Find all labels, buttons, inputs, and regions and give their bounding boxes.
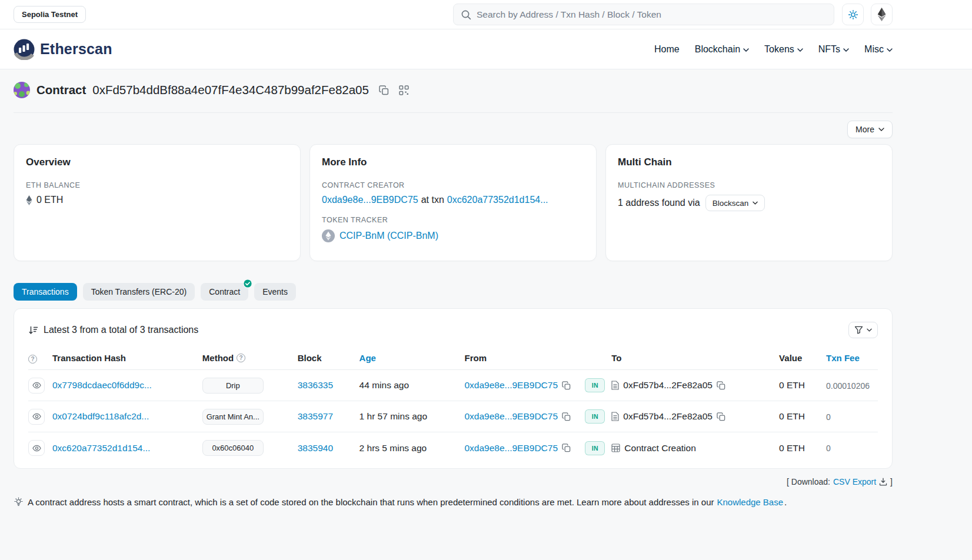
footer-note: A contract address hosts a smart contrac… <box>14 497 893 507</box>
from-address-link[interactable]: 0xda9e8e...9EB9DC75 <box>464 380 558 391</box>
chevron-down-icon <box>878 128 884 131</box>
nav-misc[interactable]: Misc <box>864 44 893 55</box>
footer-note-text: A contract address hosts a smart contrac… <box>28 497 714 507</box>
nav-blockchain[interactable]: Blockchain <box>695 44 749 55</box>
overview-card: Overview ETH BALANCE 0 ETH <box>14 144 301 261</box>
etherscan-logo[interactable]: Etherscan <box>14 39 112 60</box>
creator-connector-text: at txn <box>421 195 444 205</box>
main-nav: Home Blockchain Tokens NFTs Misc <box>654 44 893 55</box>
copy-icon[interactable] <box>562 412 571 421</box>
copy-icon[interactable] <box>717 412 725 421</box>
copy-icon[interactable] <box>717 381 725 390</box>
page-title: Contract <box>36 83 86 97</box>
brand-name: Etherscan <box>40 41 112 58</box>
header-value: Value <box>779 353 826 363</box>
multichain-card: Multi Chain MULTICHAIN ADDRESSES 1 addre… <box>605 144 893 261</box>
main-content: Contract 0xFd57b4ddBf88a4e07fF4e34C487b9… <box>0 69 972 531</box>
txn-hash-link[interactable]: 0x7798dcdaec0f6dd9c... <box>52 380 152 390</box>
chevron-down-icon <box>743 48 749 52</box>
theme-toggle-button[interactable] <box>842 4 864 25</box>
nav-home[interactable]: Home <box>654 44 680 55</box>
copy-icon[interactable] <box>562 381 571 390</box>
age-text: 44 mins ago <box>359 380 409 390</box>
chevron-down-icon <box>887 48 893 52</box>
filter-button[interactable] <box>848 322 878 338</box>
nav-label: Tokens <box>764 44 794 55</box>
transactions-summary: Latest 3 from a total of 3 transactions <box>44 325 198 335</box>
qr-code-button[interactable] <box>399 85 409 95</box>
tab-token-transfers[interactable]: Token Transfers (ERC-20) <box>83 283 195 301</box>
tab-transactions[interactable]: Transactions <box>14 283 77 301</box>
tab-contract[interactable]: Contract <box>201 283 248 301</box>
preview-txn-button[interactable] <box>28 378 45 394</box>
contract-creator-label: CONTRACT CREATOR <box>322 181 584 189</box>
more-info-card: More Info CONTRACT CREATOR 0xda9e8e...9E… <box>309 144 597 261</box>
more-info-card-title: More Info <box>322 156 584 168</box>
token-tracker-label: TOKEN TRACKER <box>322 216 584 224</box>
network-badge[interactable]: Sepolia Testnet <box>14 6 86 23</box>
page-title-row: Contract 0xFd57b4ddBf88a4e07fF4e34C487b9… <box>14 82 893 98</box>
contract-creation-text: Contract Creation <box>624 443 695 454</box>
age-text: 2 hrs 5 mins ago <box>359 443 427 453</box>
top-bar: Sepolia Testnet <box>0 0 972 29</box>
to-address-text: 0xFd57b4...2Fe82a05 <box>623 411 713 422</box>
nav-label: Misc <box>864 44 884 55</box>
tab-contract-label: Contract <box>209 287 240 296</box>
block-link[interactable]: 3835977 <box>298 411 333 421</box>
chevron-down-icon <box>867 328 872 332</box>
chevron-down-icon <box>797 48 803 52</box>
header-age[interactable]: Age <box>359 353 376 363</box>
txn-fee-text: 0 <box>826 412 831 422</box>
download-icon <box>879 478 887 486</box>
ethereum-icon <box>877 8 886 21</box>
copy-icon[interactable] <box>562 444 571 452</box>
preview-txn-button[interactable] <box>28 409 45 425</box>
nav-label: Blockchain <box>695 44 740 55</box>
method-badge: 0x60c06040 <box>202 440 264 456</box>
chevron-down-icon <box>843 48 849 52</box>
header-txn-fee[interactable]: Txn Fee <box>826 353 860 363</box>
to-address-text: 0xFd57b4...2Fe82a05 <box>623 380 713 391</box>
title-divider <box>14 112 893 113</box>
multichain-addresses-label: MULTICHAIN ADDRESSES <box>618 181 880 189</box>
search-input[interactable] <box>477 9 827 20</box>
creator-address-link[interactable]: 0xda9e8e...9EB9DC75 <box>322 195 418 205</box>
table-row: 0x0724bdf9c118afc2d... Grant Mint An... … <box>28 401 878 432</box>
csv-export-link[interactable]: CSV Export <box>833 477 876 486</box>
contract-avatar <box>14 82 30 98</box>
header-transaction-hash: Transaction Hash <box>52 353 202 363</box>
txn-hash-link[interactable]: 0x0724bdf9c118afc2d... <box>52 411 149 421</box>
eth-balance-label: ETH BALANCE <box>26 181 288 189</box>
from-address-link[interactable]: 0xda9e8e...9EB9DC75 <box>464 411 558 422</box>
sort-icon <box>28 325 38 335</box>
tabs: Transactions Token Transfers (ERC-20) Co… <box>14 283 893 301</box>
contract-file-icon <box>611 381 619 390</box>
contract-creation-icon <box>611 444 620 452</box>
copy-address-button[interactable] <box>379 85 389 95</box>
nav-nfts[interactable]: NFTs <box>818 44 849 55</box>
search-box[interactable] <box>453 4 834 25</box>
creator-txn-link[interactable]: 0xc620a77352d1d154... <box>447 195 548 205</box>
from-address-link[interactable]: 0xda9e8e...9EB9DC75 <box>464 443 558 454</box>
txn-hash-link[interactable]: 0xc620a77352d1d154... <box>52 443 150 453</box>
txn-fee-text: 0.00010206 <box>826 381 870 391</box>
etherscan-logo-icon <box>14 39 35 60</box>
network-switch-button[interactable] <box>871 4 893 25</box>
table-row: 0x7798dcdaec0f6dd9c... Drip 3836335 44 m… <box>28 370 878 401</box>
header-block: Block <box>298 353 359 363</box>
nav-tokens[interactable]: Tokens <box>764 44 803 55</box>
help-icon <box>237 354 245 362</box>
block-link[interactable]: 3836335 <box>298 380 333 390</box>
qr-code-icon <box>399 85 409 95</box>
block-link[interactable]: 3835940 <box>298 443 333 453</box>
tab-events[interactable]: Events <box>254 283 296 301</box>
token-tracker-link[interactable]: CCIP-BnM (CCIP-BnM) <box>339 231 438 241</box>
blockscan-dropdown[interactable]: Blockscan <box>705 195 765 211</box>
idea-lamp-icon <box>14 497 24 507</box>
copy-icon <box>379 85 389 95</box>
sun-icon <box>848 9 858 20</box>
direction-badge: IN <box>585 409 605 424</box>
preview-txn-button[interactable] <box>28 440 45 456</box>
knowledge-base-link[interactable]: Knowledge Base <box>717 497 783 507</box>
more-button[interactable]: More <box>847 121 893 138</box>
